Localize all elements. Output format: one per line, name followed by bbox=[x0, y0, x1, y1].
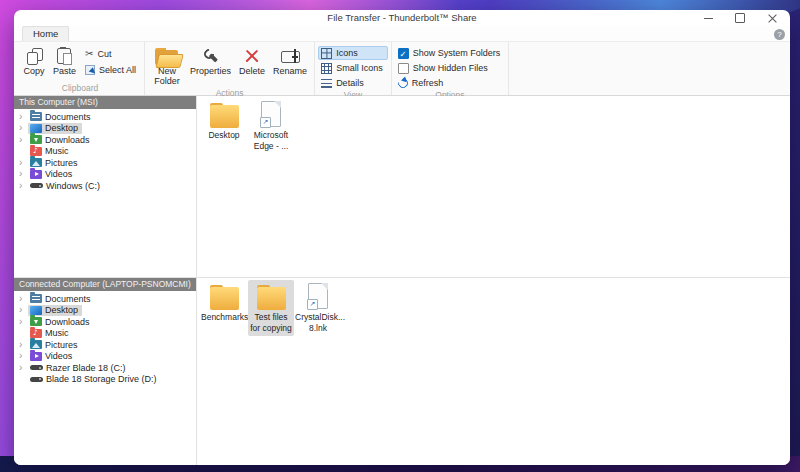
shortcut-file-icon bbox=[308, 283, 328, 309]
icons-view-label: Icons bbox=[336, 48, 358, 58]
chevron-right-icon[interactable] bbox=[19, 305, 28, 315]
tree-item-downloads[interactable]: Downloads bbox=[14, 316, 196, 328]
clipboard-group-label: Clipboard bbox=[19, 83, 141, 95]
new-folder-icon bbox=[155, 48, 180, 66]
paste-button[interactable]: Paste bbox=[49, 44, 80, 78]
file-tile-crystaldisk[interactable]: CrystalDisk... 8.lnk bbox=[295, 280, 341, 336]
show-hidden-files-checkbox[interactable]: Show Hidden Files bbox=[395, 61, 506, 75]
music-folder-icon bbox=[30, 329, 42, 338]
file-tile-microsoft-edge[interactable]: Microsoft Edge - ... bbox=[248, 98, 294, 154]
cut-label: Cut bbox=[97, 49, 111, 59]
chevron-right-icon[interactable] bbox=[19, 340, 28, 350]
new-folder-button[interactable]: New Folder bbox=[148, 44, 186, 88]
rename-icon bbox=[281, 51, 300, 63]
view-details-button[interactable]: Details bbox=[318, 76, 388, 90]
tree-item-desktop[interactable]: Desktop bbox=[14, 305, 196, 317]
refresh-icon bbox=[396, 76, 410, 90]
properties-button[interactable]: Properties bbox=[186, 44, 235, 78]
chevron-right-icon[interactable] bbox=[19, 317, 28, 327]
checkbox-checked-icon bbox=[398, 48, 409, 59]
delete-label: Delete bbox=[239, 67, 265, 77]
cut-button[interactable]: Cut bbox=[82, 47, 141, 61]
view-small-icons-button[interactable]: Small Icons bbox=[318, 61, 388, 75]
ribbon-group-clipboard: Copy Paste Cut Select All C bbox=[16, 42, 145, 95]
file-tile-desktop[interactable]: Desktop bbox=[201, 98, 247, 144]
delete-x-icon bbox=[244, 47, 261, 64]
scissors-icon bbox=[85, 49, 93, 59]
chevron-right-icon[interactable] bbox=[19, 112, 28, 122]
folder-icon bbox=[256, 285, 287, 310]
connected-computer-pane-header: Connected Computer (LAPTOP-PSNOMCMI) bbox=[14, 278, 196, 291]
show-hidden-files-label: Show Hidden Files bbox=[413, 63, 488, 73]
chevron-right-icon[interactable] bbox=[19, 351, 28, 361]
music-folder-icon bbox=[30, 147, 42, 156]
connected-computer-tree: Documents Desktop Downloads Music Pictur… bbox=[14, 293, 196, 385]
chevron-right-icon[interactable] bbox=[19, 294, 28, 304]
chevron-right-icon[interactable] bbox=[19, 363, 28, 373]
file-tile-benchmarks[interactable]: Benchmarks bbox=[201, 280, 247, 326]
select-all-button[interactable]: Select All bbox=[82, 63, 141, 77]
tree-item-videos[interactable]: Videos bbox=[14, 169, 196, 181]
small-icons-view-icon bbox=[321, 63, 332, 74]
chevron-right-icon[interactable] bbox=[19, 158, 28, 168]
chevron-right-icon[interactable] bbox=[19, 135, 28, 145]
app-window: File Transfer - Thunderbolt™ Share Home … bbox=[14, 10, 790, 465]
minimize-button[interactable] bbox=[692, 10, 724, 26]
chevron-right-icon[interactable] bbox=[19, 169, 28, 179]
main-area: This Computer (MSI) Documents Desktop Do… bbox=[14, 96, 790, 465]
tree-item-music[interactable]: Music bbox=[14, 146, 196, 158]
shortcut-file-icon bbox=[261, 101, 281, 127]
chevron-right-icon[interactable] bbox=[19, 123, 28, 133]
this-computer-files: Desktop Microsoft Edge - ... bbox=[197, 96, 790, 277]
refresh-button[interactable]: Refresh bbox=[395, 76, 506, 90]
close-button[interactable] bbox=[756, 10, 788, 26]
icons-view-icon bbox=[321, 48, 332, 59]
downloads-folder-icon bbox=[30, 135, 42, 144]
videos-folder-icon bbox=[30, 170, 42, 179]
help-icon[interactable] bbox=[774, 29, 785, 40]
new-folder-label: New Folder bbox=[152, 67, 182, 87]
tree-item-blade-storage-d[interactable]: Blade 18 Storage Drive (D:) bbox=[14, 374, 196, 386]
details-view-label: Details bbox=[336, 78, 364, 88]
this-computer-tree: Documents Desktop Downloads Music Pictur… bbox=[14, 111, 196, 192]
show-system-folders-checkbox[interactable]: Show System Folders bbox=[395, 46, 506, 60]
tree-item-windows-c[interactable]: Windows (C:) bbox=[14, 180, 196, 192]
maximize-button[interactable] bbox=[724, 10, 756, 26]
videos-folder-icon bbox=[30, 352, 42, 361]
tree-item-razer-blade-c[interactable]: Razer Blade 18 (C:) bbox=[14, 362, 196, 374]
desktop-monitor-icon bbox=[30, 124, 42, 133]
copy-label: Copy bbox=[23, 67, 44, 77]
rename-button[interactable]: Rename bbox=[269, 44, 311, 78]
refresh-label: Refresh bbox=[412, 78, 444, 88]
view-icons-button[interactable]: Icons bbox=[318, 46, 388, 60]
paste-icon bbox=[57, 47, 72, 64]
tree-item-desktop[interactable]: Desktop bbox=[14, 123, 196, 135]
tree-item-videos[interactable]: Videos bbox=[14, 351, 196, 363]
tree-item-pictures[interactable]: Pictures bbox=[14, 339, 196, 351]
wrench-icon bbox=[203, 48, 219, 64]
copy-button[interactable]: Copy bbox=[19, 44, 49, 78]
ribbon-group-view: Icons Small Icons Details View bbox=[315, 42, 392, 95]
downloads-folder-icon bbox=[30, 317, 42, 326]
file-tile-test-files-for-copying[interactable]: Test files for copying bbox=[248, 280, 294, 336]
checkbox-unchecked-icon bbox=[398, 63, 409, 74]
tree-item-documents[interactable]: Documents bbox=[14, 111, 196, 123]
tree-item-pictures[interactable]: Pictures bbox=[14, 157, 196, 169]
folder-icon bbox=[209, 103, 240, 128]
tree-item-downloads[interactable]: Downloads bbox=[14, 134, 196, 146]
title-bar[interactable]: File Transfer - Thunderbolt™ Share bbox=[14, 10, 790, 26]
properties-label: Properties bbox=[190, 67, 231, 77]
chevron-right-icon[interactable] bbox=[19, 181, 28, 191]
delete-button[interactable]: Delete bbox=[235, 44, 269, 78]
connected-computer-files: Benchmarks Test files for copying Crysta… bbox=[197, 278, 790, 465]
details-view-icon bbox=[321, 79, 332, 88]
pictures-folder-icon bbox=[30, 340, 42, 349]
ribbon-group-options: Show System Folders Show Hidden Files Re… bbox=[392, 42, 510, 95]
tree-item-music[interactable]: Music bbox=[14, 328, 196, 340]
tab-home[interactable]: Home bbox=[22, 26, 69, 41]
copy-icon bbox=[26, 48, 43, 64]
show-system-folders-label: Show System Folders bbox=[413, 48, 501, 58]
tree-item-documents[interactable]: Documents bbox=[14, 293, 196, 305]
paste-label: Paste bbox=[53, 67, 76, 77]
ribbon-tab-strip: Home bbox=[14, 26, 790, 41]
